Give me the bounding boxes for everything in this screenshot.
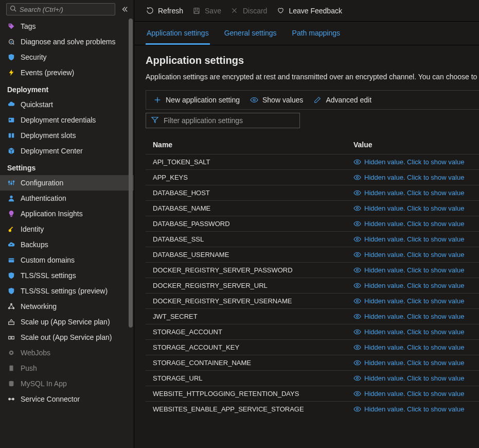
table-row[interactable]: DOCKER_REGISTRY_SERVER_USERNAMEHidden va… xyxy=(146,293,479,308)
tabs: Application settingsGeneral settingsPath… xyxy=(134,22,479,45)
sidebar-item-custom-domains[interactable]: Custom domains xyxy=(0,252,134,268)
table-row[interactable]: JWT_SECRETHidden value. Click to show va… xyxy=(146,308,479,324)
filter-box[interactable] xyxy=(146,113,300,128)
hidden-value-link[interactable]: Hidden value. Click to show value xyxy=(353,313,472,320)
hidden-value-link[interactable]: Hidden value. Click to show value xyxy=(353,189,472,197)
setting-name: WEBSITE_HTTPLOGGING_RETENTION_DAYS xyxy=(153,390,353,398)
hidden-value-link[interactable]: Hidden value. Click to show value xyxy=(353,297,472,305)
hidden-value-label: Hidden value. Click to show value xyxy=(364,328,464,336)
hidden-value-link[interactable]: Hidden value. Click to show value xyxy=(353,251,472,259)
sidebar-item-deployment-credentials[interactable]: Deployment credentials xyxy=(0,112,134,128)
hidden-value-link[interactable]: Hidden value. Click to show value xyxy=(353,343,472,351)
sidebar-item-label: WebJobs xyxy=(21,349,50,357)
svg-rect-40 xyxy=(195,8,198,10)
sidebar-item-networking[interactable]: Networking xyxy=(0,299,134,314)
hidden-value-link[interactable]: Hidden value. Click to show value xyxy=(353,405,472,413)
hidden-value-link[interactable]: Hidden value. Click to show value xyxy=(353,328,472,336)
table-row[interactable]: STORAGE_ACCOUNTHidden value. Click to sh… xyxy=(146,324,479,339)
table-row[interactable]: DOCKER_REGISTRY_SERVER_PASSWORDHidden va… xyxy=(146,262,479,278)
sidebar-item-scale-out-app-service-plan[interactable]: Scale out (App Service plan) xyxy=(0,330,134,345)
table-row[interactable]: WEBSITES_ENABLE_APP_SERVICE_STORAGEHidde… xyxy=(146,401,479,417)
table-row[interactable]: DOCKER_REGISTRY_SERVER_URLHidden value. … xyxy=(146,278,479,293)
sidebar-item-events-preview[interactable]: Events (preview) xyxy=(0,65,134,80)
table-row[interactable]: DATABASE_HOSTHidden value. Click to show… xyxy=(146,185,479,200)
eye-icon xyxy=(353,174,361,181)
setting-name: DOCKER_REGISTRY_SERVER_USERNAME xyxy=(153,297,353,305)
filter-input[interactable] xyxy=(164,116,294,125)
table-row[interactable]: API_TOKEN_SALTHidden value. Click to sho… xyxy=(146,154,479,169)
badge-icon xyxy=(7,116,15,124)
search-box[interactable] xyxy=(6,3,115,15)
hidden-value-link[interactable]: Hidden value. Click to show value xyxy=(353,282,472,289)
sidebar-item-identity[interactable]: Identity xyxy=(0,221,134,237)
sidebar-scrollbar-thumb[interactable] xyxy=(129,19,133,328)
search-icon xyxy=(10,5,16,13)
refresh-button[interactable]: Refresh xyxy=(146,7,183,15)
table-row[interactable]: STORAGE_URLHidden value. Click to show v… xyxy=(146,370,479,386)
svg-marker-4 xyxy=(9,70,14,76)
hidden-value-link[interactable]: Hidden value. Click to show value xyxy=(353,374,472,382)
hidden-value-label: Hidden value. Click to show value xyxy=(364,390,464,398)
hidden-value-link[interactable]: Hidden value. Click to show value xyxy=(353,235,472,243)
table-row[interactable]: DATABASE_USERNAMEHidden value. Click to … xyxy=(146,247,479,262)
svg-rect-5 xyxy=(9,118,14,123)
sidebar-item-security[interactable]: Security xyxy=(0,49,134,65)
sidebar-item-deployment-slots[interactable]: Deployment slots xyxy=(0,128,134,143)
search-input[interactable] xyxy=(20,6,112,13)
hidden-value-link[interactable]: Hidden value. Click to show value xyxy=(353,266,472,274)
hidden-value-link[interactable]: Hidden value. Click to show value xyxy=(353,174,472,181)
feedback-button[interactable]: Leave Feedback xyxy=(276,7,342,15)
sidebar-item-service-connector[interactable]: Service Connector xyxy=(0,391,134,407)
sidebar-item-tls-ssl-settings[interactable]: TLS/SSL settings xyxy=(0,268,134,283)
table-row[interactable]: DATABASE_PASSWORDHidden value. Click to … xyxy=(146,216,479,231)
sidebar-item-configuration[interactable]: Configuration xyxy=(0,175,134,191)
settings-table: Name Value API_TOKEN_SALTHidden value. C… xyxy=(146,135,479,417)
hidden-value-label: Hidden value. Click to show value xyxy=(364,374,464,382)
hidden-value-link[interactable]: Hidden value. Click to show value xyxy=(353,359,472,367)
new-setting-button[interactable]: New application setting xyxy=(153,96,240,104)
sidebar-item-diagnose-and-solve-problems[interactable]: Diagnose and solve problems xyxy=(0,34,134,49)
table-row[interactable]: STORAGE_CONTAINER_NAMEHidden value. Clic… xyxy=(146,355,479,370)
hidden-value-link[interactable]: Hidden value. Click to show value xyxy=(353,220,472,228)
svg-point-54 xyxy=(357,254,359,256)
table-row[interactable]: DATABASE_NAMEHidden value. Click to show… xyxy=(146,200,479,216)
tab-application-settings[interactable]: Application settings xyxy=(146,22,210,45)
svg-point-53 xyxy=(357,238,359,240)
table-row[interactable]: STORAGE_ACCOUNT_KEYHidden value. Click t… xyxy=(146,339,479,355)
sidebar-item-backups[interactable]: Backups xyxy=(0,237,134,252)
sidebar-item-application-insights[interactable]: Application Insights xyxy=(0,206,134,221)
eye-icon xyxy=(353,374,361,382)
sidebar-scroll[interactable]: TagsDiagnose and solve problemsSecurityE… xyxy=(0,19,134,448)
sidebar-item-authentication[interactable]: Authentication xyxy=(0,191,134,206)
collapse-sidebar-button[interactable] xyxy=(119,4,130,14)
hidden-value-link[interactable]: Hidden value. Click to show value xyxy=(353,204,472,212)
show-values-button[interactable]: Show values xyxy=(250,96,303,104)
hidden-value-link[interactable]: Hidden value. Click to show value xyxy=(353,390,472,398)
sidebar-item-push: Push xyxy=(0,360,134,376)
advanced-edit-button[interactable]: Advanced edit xyxy=(313,96,371,104)
sidebar-item-quickstart[interactable]: Quickstart xyxy=(0,97,134,112)
save-icon xyxy=(192,7,201,15)
eye-icon xyxy=(353,313,361,320)
table-row[interactable]: WEBSITE_HTTPLOGGING_RETENTION_DAYSHidden… xyxy=(146,386,479,401)
filter-row xyxy=(146,113,479,128)
hidden-value-label: Hidden value. Click to show value xyxy=(364,220,464,228)
sidebar-item-scale-up-app-service-plan[interactable]: Scale up (App Service plan) xyxy=(0,314,134,330)
sidebar-item-tags[interactable]: Tags xyxy=(0,19,134,34)
hidden-value-label: Hidden value. Click to show value xyxy=(364,297,464,305)
setting-name: STORAGE_ACCOUNT xyxy=(153,328,353,336)
heart-icon xyxy=(276,7,285,15)
sidebar-item-label: Security xyxy=(21,53,47,61)
sidebar-scrollbar[interactable] xyxy=(128,19,134,448)
discard-icon xyxy=(230,7,239,15)
svg-rect-7 xyxy=(9,133,11,138)
sidebar-item-label: Backups xyxy=(21,240,48,249)
tab-general-settings[interactable]: General settings xyxy=(223,22,278,45)
sidebar-item-deployment-center[interactable]: Deployment Center xyxy=(0,143,134,159)
tab-path-mappings[interactable]: Path mappings xyxy=(291,22,341,45)
eye-icon xyxy=(353,235,361,243)
table-row[interactable]: DATABASE_SSLHidden value. Click to show … xyxy=(146,231,479,247)
table-row[interactable]: APP_KEYSHidden value. Click to show valu… xyxy=(146,169,479,185)
hidden-value-link[interactable]: Hidden value. Click to show value xyxy=(353,158,472,166)
sidebar-item-tls-ssl-settings-preview[interactable]: TLS/SSL settings (preview) xyxy=(0,283,134,299)
